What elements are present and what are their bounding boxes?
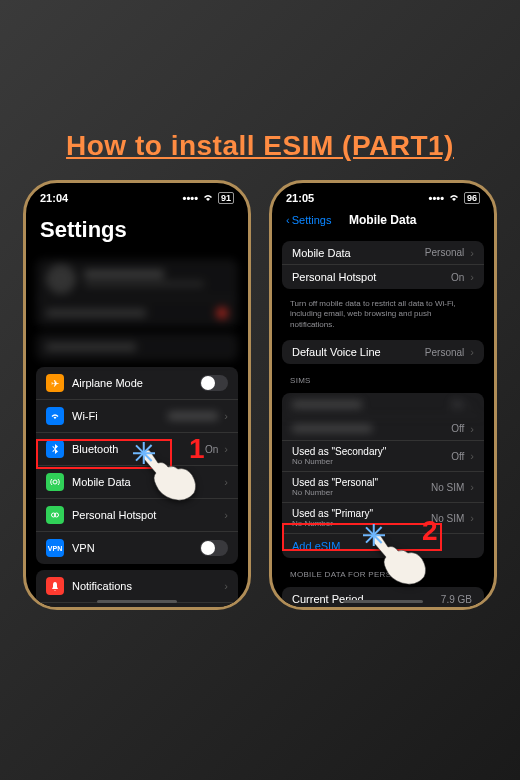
status-icons: •••• 96 xyxy=(429,192,480,204)
row-label: Default Voice Line xyxy=(292,346,425,358)
row-label: Mobile Data xyxy=(292,247,425,259)
status-time: 21:05 xyxy=(286,192,314,204)
vpn-toggle[interactable] xyxy=(200,540,228,556)
sim-sub: No Number xyxy=(292,519,431,528)
phones-container: 21:04 •••• 91 Settings xyxy=(0,180,520,610)
profile-section xyxy=(36,259,238,327)
vpn-row[interactable]: VPN VPN xyxy=(36,532,238,564)
chevron-right-icon: › xyxy=(470,399,474,411)
row-value: Off xyxy=(451,423,464,434)
page-title: How to install ESIM (PART1) xyxy=(0,130,520,162)
home-indicator xyxy=(97,600,177,603)
row-value: Off xyxy=(451,451,464,462)
sounds-row[interactable]: Sounds & Haptics › xyxy=(36,603,238,610)
signal-icon: •••• xyxy=(429,192,444,204)
data-section: Mobile Data Personal › Personal Hotspot … xyxy=(282,241,484,289)
airplane-icon: ✈ xyxy=(46,374,64,392)
add-esim-label: Add eSIM xyxy=(292,540,474,552)
airplane-toggle[interactable] xyxy=(200,375,228,391)
bluetooth-icon xyxy=(46,440,64,458)
sim-row-4[interactable]: Used as "Personal" No Number No SIM › xyxy=(282,472,484,503)
signal-icon: •••• xyxy=(183,192,198,204)
vpn-icon: VPN xyxy=(46,539,64,557)
row-value: On xyxy=(451,272,464,283)
sim-label: Used as "Primary" xyxy=(292,508,431,519)
airplane-mode-row[interactable]: ✈ Airplane Mode xyxy=(36,367,238,400)
row-value: No SIM xyxy=(431,513,464,524)
wifi-row[interactable]: Wi-Fi › xyxy=(36,400,238,433)
bluetooth-label: Bluetooth xyxy=(72,443,205,455)
chevron-right-icon: › xyxy=(224,410,228,422)
settings-header: Settings xyxy=(26,209,248,253)
mobile-data-label: Mobile Data xyxy=(72,476,220,488)
row-value: 7.9 GB xyxy=(441,594,472,605)
sim-label: Used as "Personal" xyxy=(292,477,431,488)
chevron-right-icon: › xyxy=(470,512,474,524)
antenna-icon xyxy=(46,473,64,491)
wifi-value xyxy=(168,412,218,420)
hotspot-icon xyxy=(46,506,64,524)
current-period-row[interactable]: Current Period 7.9 GB xyxy=(282,587,484,610)
wifi-icon xyxy=(202,192,214,204)
sim-row-2[interactable]: Off › xyxy=(282,417,484,441)
voice-section: Default Voice Line Personal › xyxy=(282,340,484,364)
wifi-row-icon xyxy=(46,407,64,425)
bell-icon xyxy=(46,577,64,595)
chevron-right-icon: › xyxy=(224,509,228,521)
phone-left: 21:04 •••• 91 Settings xyxy=(23,180,251,610)
row-value: Personal xyxy=(425,247,464,258)
notifications-section: Notifications › Sounds & Haptics › Focus… xyxy=(36,570,238,610)
sim-row-3[interactable]: Used as "Secondary" No Number Off › xyxy=(282,441,484,472)
home-indicator xyxy=(343,600,423,603)
row-value: On xyxy=(451,399,464,410)
vpn-label: VPN xyxy=(72,542,200,554)
bluetooth-value: On xyxy=(205,444,218,455)
notifications-label: Notifications xyxy=(72,580,220,592)
wifi-label: Wi-Fi xyxy=(72,410,168,422)
phone-right: 21:05 •••• 96 ‹ Settings Mobile Data Mob… xyxy=(269,180,497,610)
battery-icon: 96 xyxy=(464,192,480,204)
chevron-right-icon: › xyxy=(470,271,474,283)
sim-row-5[interactable]: Used as "Primary" No Number No SIM › xyxy=(282,503,484,534)
bluetooth-row[interactable]: Bluetooth On › xyxy=(36,433,238,466)
nav-header: ‹ Settings Mobile Data xyxy=(272,209,494,235)
sims-section: On › Off › Used as "Secondary" No Number… xyxy=(282,393,484,558)
row-value: No SIM xyxy=(431,482,464,493)
sim-sub: No Number xyxy=(292,488,431,497)
mobile-data-row[interactable]: Mobile Data › xyxy=(36,466,238,499)
hotspot-label: Personal Hotspot xyxy=(72,509,220,521)
status-time: 21:04 xyxy=(40,192,68,204)
notifications-row[interactable]: Notifications › xyxy=(36,570,238,603)
mobile-data-setting-row[interactable]: Mobile Data Personal › xyxy=(282,241,484,265)
battery-icon: 91 xyxy=(218,192,234,204)
hotspot-setting-row[interactable]: Personal Hotspot On › xyxy=(282,265,484,289)
airplane-label: Airplane Mode xyxy=(72,377,200,389)
row-label: Personal Hotspot xyxy=(292,271,451,283)
row-value: Personal xyxy=(425,347,464,358)
usage-section: Current Period 7.9 GB xyxy=(282,587,484,610)
data-for-header: MOBILE DATA FOR PERSON xyxy=(272,564,494,581)
data-caption: Turn off mobile data to restrict all dat… xyxy=(272,295,494,334)
screen-title: Mobile Data xyxy=(285,213,480,227)
chevron-right-icon: › xyxy=(470,423,474,435)
chevron-right-icon: › xyxy=(470,450,474,462)
voice-line-row[interactable]: Default Voice Line Personal › xyxy=(282,340,484,364)
chevron-right-icon: › xyxy=(470,247,474,259)
notch xyxy=(338,183,428,199)
status-icons: •••• 91 xyxy=(183,192,234,204)
add-esim-row[interactable]: Add eSIM xyxy=(282,534,484,558)
chevron-right-icon: › xyxy=(224,580,228,592)
chevron-right-icon: › xyxy=(470,481,474,493)
chevron-right-icon: › xyxy=(224,476,228,488)
hotspot-row[interactable]: Personal Hotspot › xyxy=(36,499,238,532)
sim-label: Used as "Secondary" xyxy=(292,446,451,457)
blurred-section xyxy=(36,333,238,361)
chevron-right-icon: › xyxy=(224,443,228,455)
notch xyxy=(92,183,182,199)
wifi-icon xyxy=(448,192,460,204)
sim-sub: No Number xyxy=(292,457,451,466)
chevron-right-icon: › xyxy=(470,346,474,358)
sims-header: SIMs xyxy=(272,370,494,387)
connectivity-section: ✈ Airplane Mode Wi-Fi › Bluetooth On › xyxy=(36,367,238,564)
sim-row-1[interactable]: On › xyxy=(282,393,484,417)
